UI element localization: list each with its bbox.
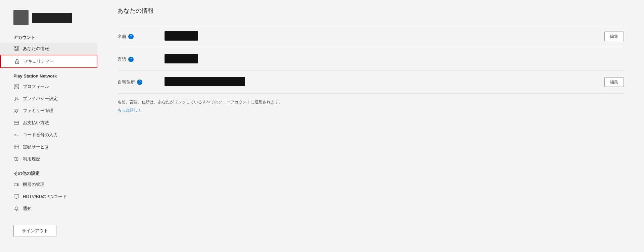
privacy-icon <box>13 96 19 102</box>
svg-point-11 <box>17 99 18 100</box>
subscription-icon <box>13 144 19 150</box>
profile-label: プロフィール <box>23 84 49 90</box>
name-label: 名前 ? <box>118 34 158 40</box>
username-block <box>32 13 72 23</box>
address-row: 自宅住所 ? 編集 <box>118 71 624 94</box>
address-value <box>165 77 598 87</box>
psn-section-label: Play Station Network <box>0 71 97 81</box>
address-edit-button[interactable]: 編集 <box>604 77 624 87</box>
language-help-icon[interactable]: ? <box>128 57 134 62</box>
family-icon <box>13 108 19 114</box>
person-icon <box>13 46 19 52</box>
sidebar-item-devices[interactable]: 機器の管理 <box>0 179 97 191</box>
sidebar-item-payment[interactable]: お支払い方法 <box>0 117 97 129</box>
security-label: セキュリティー <box>24 58 54 64</box>
svg-point-7 <box>17 62 17 63</box>
svg-rect-24 <box>14 195 19 198</box>
svg-point-13 <box>17 109 18 110</box>
history-label: 利用履歴 <box>23 156 40 162</box>
svg-rect-17 <box>14 145 19 149</box>
name-help-icon[interactable]: ? <box>128 34 134 39</box>
main-content: あなたの情報 名前 ? 編集 言語 ? 自宅住所 <box>97 0 644 252</box>
sidebar-item-privacy[interactable]: プライバシー設定 <box>0 93 97 105</box>
avatar <box>13 10 29 25</box>
sidebar-item-code[interactable]: コード番号の入力 <box>0 129 97 141</box>
note-text: 名前、言語、住所は、あなたがリンクしているすべてのソニーアカウントに適用されます… <box>118 99 624 105</box>
hdtv-label: HDTV/BDのPINコード <box>23 194 67 200</box>
sidebar-item-your-info[interactable]: あなたの情報 <box>0 43 97 55</box>
monitor-icon <box>13 194 19 200</box>
signout-button[interactable]: サインアウト <box>13 225 56 237</box>
address-redacted <box>165 77 245 86</box>
other-section-label: その他の設定 <box>0 168 97 179</box>
svg-point-12 <box>15 109 16 110</box>
svg-point-10 <box>16 97 17 99</box>
name-row: 名前 ? 編集 <box>118 25 624 48</box>
language-row: 言語 ? <box>118 48 624 71</box>
sidebar: アカウント あなたの情報 <box>0 0 97 252</box>
svg-rect-20 <box>14 183 17 186</box>
lock-icon <box>14 58 20 64</box>
address-label: 自宅住所 ? <box>118 79 158 85</box>
your-info-label: あなたの情報 <box>23 46 49 52</box>
sidebar-item-security[interactable]: セキュリティー <box>0 55 97 68</box>
sidebar-item-notification[interactable]: 通知 <box>0 203 97 215</box>
address-help-icon[interactable]: ? <box>137 80 142 85</box>
svg-rect-1 <box>15 47 16 48</box>
svg-rect-14 <box>14 121 19 124</box>
more-link[interactable]: もっと詳しく <box>118 107 624 113</box>
svg-rect-23 <box>17 184 19 185</box>
name-value <box>165 31 598 42</box>
history-icon <box>13 156 19 162</box>
sidebar-item-family[interactable]: ファミリー管理 <box>0 105 97 117</box>
language-redacted <box>165 54 198 63</box>
language-label: 言語 ? <box>118 56 158 62</box>
payment-icon <box>13 120 19 126</box>
devices-icon <box>13 182 19 188</box>
svg-point-9 <box>16 85 17 87</box>
name-edit-button[interactable]: 編集 <box>604 32 624 41</box>
sidebar-item-subscription[interactable]: 定額サービス <box>0 141 97 153</box>
privacy-label: プライバシー設定 <box>23 96 58 102</box>
page-title: あなたの情報 <box>118 7 624 15</box>
devices-label: 機器の管理 <box>23 182 45 188</box>
bell-icon <box>13 206 19 212</box>
sidebar-item-history[interactable]: 利用履歴 <box>0 153 97 165</box>
signout-section: サインアウト <box>0 215 97 244</box>
name-redacted <box>165 31 198 41</box>
subscription-label: 定額サービス <box>23 144 49 150</box>
language-value <box>165 54 624 64</box>
family-label: ファミリー管理 <box>23 108 53 114</box>
payment-label: お支払い方法 <box>23 120 49 126</box>
code-label: コード番号の入力 <box>23 132 58 138</box>
avatar-section <box>0 7 97 32</box>
notification-label: 通知 <box>23 206 32 212</box>
account-section-label: アカウント <box>0 32 97 43</box>
sidebar-item-profile[interactable]: プロフィール <box>0 81 97 93</box>
sidebar-item-hdtv[interactable]: HDTV/BDのPINコード <box>0 191 97 203</box>
profile-icon <box>13 84 19 90</box>
code-icon <box>13 132 19 138</box>
